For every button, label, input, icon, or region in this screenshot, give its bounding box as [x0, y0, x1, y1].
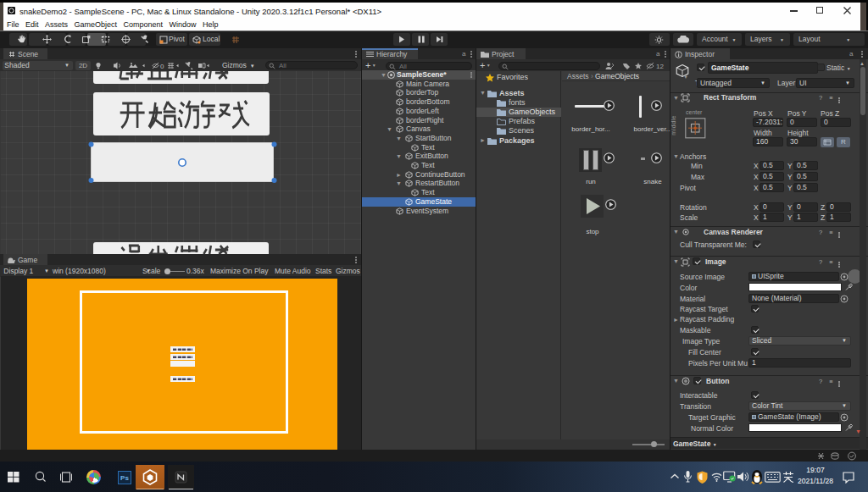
svg-text:12: 12 — [656, 63, 664, 70]
svg-text:0: 0 — [160, 63, 164, 70]
